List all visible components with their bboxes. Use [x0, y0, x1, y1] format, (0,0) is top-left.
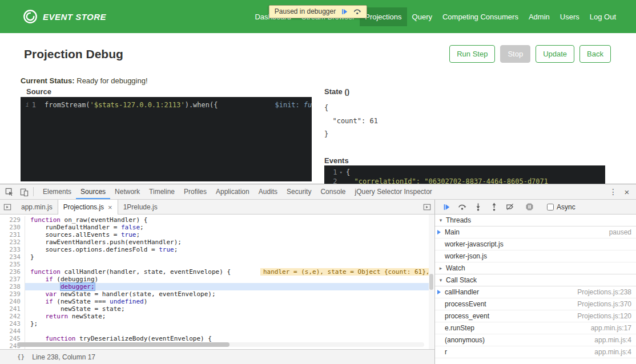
nav-item-query[interactable]: Query [407, 7, 437, 26]
devtools-tab-audits[interactable]: Audits [254, 184, 282, 199]
code-line: 230 runDefaultHandler = false; [0, 224, 429, 231]
nav-item-admin[interactable]: Admin [524, 7, 555, 26]
status-label: Current Status: [21, 76, 75, 85]
thread-item-worker-javascript-js[interactable]: worker-javascript.js [435, 238, 636, 250]
step-into-button[interactable] [474, 203, 482, 211]
scrollbar-thumb[interactable] [429, 274, 433, 290]
toggle-drawer-icon[interactable] [420, 200, 434, 214]
code-text: debugger; [25, 283, 429, 290]
devtools-tab-network[interactable]: Network [110, 184, 144, 199]
close-tab-icon[interactable]: × [108, 204, 112, 211]
line-number[interactable]: 231 [0, 231, 25, 238]
more-options-icon[interactable]: ⋮ [606, 187, 620, 196]
devtools-tab-strip: ElementsSourcesNetworkTimelineProfilesAp… [38, 184, 437, 199]
call-stack-frame-e-runstep[interactable]: e.runStepapp.min.js:17 [435, 322, 636, 334]
devtools-tab-jquery-selector-inspector[interactable]: jQuery Selector Inspector [350, 184, 436, 199]
line-number[interactable]: 230 [0, 224, 25, 231]
toggle-navigator-icon[interactable] [0, 200, 15, 214]
step-out-button[interactable] [490, 203, 498, 211]
close-devtools-icon[interactable]: × [620, 187, 634, 197]
editor-vertical-scrollbar[interactable] [429, 215, 434, 349]
fold-toggle-icon[interactable]: ▾ [340, 168, 343, 177]
line-number[interactable]: 229 [0, 216, 25, 224]
nav-item-users[interactable]: Users [555, 7, 585, 26]
line-number[interactable]: 238 [0, 283, 25, 290]
state-json: { "count": 61 } [324, 102, 378, 141]
scrollbar-thumb[interactable] [17, 342, 230, 347]
step-over-button[interactable] [458, 203, 466, 211]
devtools-tab-sources[interactable]: Sources [76, 184, 110, 199]
events-gutter[interactable]: 2 [324, 177, 346, 184]
call-stack-frame-callhandler[interactable]: callHandlerProjections.js:238 [435, 286, 636, 298]
deactivate-breakpoints-button[interactable] [506, 203, 514, 211]
resume-script-button[interactable] [341, 8, 348, 15]
pretty-print-button[interactable]: {} [17, 353, 25, 361]
thread-name: worker-json.js [445, 252, 487, 260]
file-tab-1prelude-js[interactable]: 1Prelude.js [118, 200, 163, 214]
events-editor[interactable]: 1▾ { 2 "correlationId": "06302702-8837-4… [324, 165, 605, 184]
step-over-button-overlay[interactable] [353, 7, 361, 15]
call-stack-frame-process-event[interactable]: process_eventProjections.js:120 [435, 310, 636, 322]
devtools-tab-application[interactable]: Application [211, 184, 254, 199]
line-number[interactable]: 243 [0, 320, 25, 327]
thread-item-worker-json-js[interactable]: worker-json.js [435, 250, 636, 262]
file-tab-strip: app.min.jsProjections.js×1Prelude.js [16, 200, 163, 214]
file-tab-app-min-js[interactable]: app.min.js [16, 200, 58, 214]
code-editor[interactable]: 229function on_raw(eventHandler) {230 ru… [0, 215, 429, 349]
events-line-number: 1 [333, 168, 337, 177]
devtools-tabbar: ElementsSourcesNetworkTimelineProfilesAp… [0, 184, 636, 200]
code-text: newState = state; [25, 305, 429, 313]
file-tab-label: Projections.js [63, 203, 104, 211]
async-toggle: Async [547, 203, 575, 211]
code-text: return newState; [25, 313, 429, 320]
thread-status: paused [603, 228, 631, 236]
line-number[interactable]: 232 [0, 238, 25, 246]
update-button[interactable]: Update [536, 45, 574, 63]
events-gutter[interactable]: 1▾ [324, 168, 346, 177]
line-number[interactable]: 234 [0, 253, 25, 261]
devtools-tab-timeline[interactable]: Timeline [144, 184, 179, 199]
line-number[interactable]: 242 [0, 313, 25, 320]
source-gutter[interactable]: i1 [21, 100, 40, 110]
resume-button[interactable] [442, 203, 450, 211]
line-number[interactable]: 235 [0, 261, 25, 268]
call-stack-section-header[interactable]: ▾ Call Stack [435, 274, 636, 286]
call-stack-frame-anonymous[interactable]: (anonymous)app.min.js:4 [435, 334, 636, 346]
devtools-tab-profiles[interactable]: Profiles [179, 184, 211, 199]
pause-on-exceptions-button[interactable] [525, 203, 534, 211]
line-number[interactable]: 233 [0, 246, 25, 253]
state-heading: State () [324, 87, 349, 96]
device-toolbar-icon[interactable] [17, 184, 31, 199]
devtools-tab-security[interactable]: Security [282, 184, 316, 199]
line-number[interactable]: 245 [0, 335, 25, 342]
file-tab-projections-js[interactable]: Projections.js× [58, 200, 118, 215]
inspect-element-icon[interactable] [2, 184, 17, 199]
devtools-tab-console[interactable]: Console [316, 184, 350, 199]
line-number[interactable]: 239 [0, 290, 25, 298]
line-number[interactable]: 244 [0, 327, 25, 335]
call-stack-frame-processevent[interactable]: processEventProjections.js:370 [435, 298, 636, 310]
threads-section-header[interactable]: ▾ Threads [435, 215, 636, 227]
source-line-number: 1 [32, 100, 36, 110]
editor-horizontal-scrollbar[interactable] [16, 342, 424, 347]
back-button[interactable]: Back [579, 45, 611, 63]
frame-function-name: callHandler [445, 288, 479, 296]
event-store-logo[interactable]: EVENT STORE [23, 9, 106, 24]
frame-location: app.min.js:4 [589, 348, 631, 356]
line-number[interactable]: 241 [0, 305, 25, 313]
line-number[interactable]: 240 [0, 298, 25, 305]
line-number[interactable]: 237 [0, 276, 25, 283]
watch-section-header[interactable]: ▸ Watch [435, 262, 636, 274]
source-editor[interactable]: i1 fromStream('$stats-127.0.0.1:2113').w… [21, 97, 312, 181]
call-stack-frame-r[interactable]: rapp.min.js:4 [435, 346, 636, 358]
events-code-text: { [346, 168, 350, 177]
async-checkbox[interactable] [547, 204, 554, 211]
devtools-tab-elements[interactable]: Elements [38, 184, 76, 199]
run-step-button[interactable]: Run Step [449, 45, 495, 63]
code-text [25, 327, 429, 335]
thread-item-main[interactable]: Mainpaused [435, 227, 636, 238]
line-number[interactable]: 236 [0, 268, 25, 276]
debugger-sidebar: Async ▾ Threads Mainpausedworker-javascr… [435, 200, 636, 364]
nav-item-log-out[interactable]: Log Out [585, 7, 621, 26]
nav-item-competing-consumers[interactable]: Competing Consumers [437, 7, 524, 26]
